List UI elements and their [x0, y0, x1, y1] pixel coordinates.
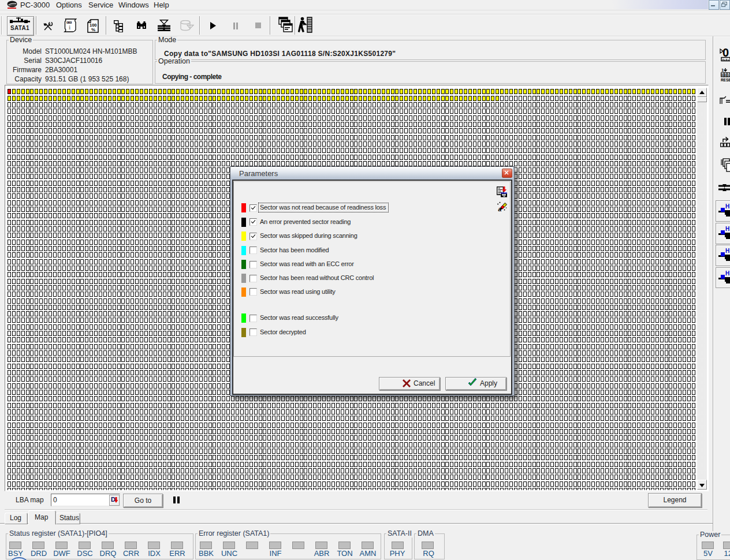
svg-text:%: %	[91, 27, 95, 32]
svg-text:1: 1	[721, 68, 724, 73]
svg-text:i: i	[69, 24, 70, 31]
svg-text:0: 0	[721, 73, 724, 77]
svg-text:RESE: RESE	[721, 78, 730, 82]
svg-text:0: 0	[724, 73, 727, 77]
svg-text:1: 1	[727, 73, 729, 77]
svg-text:0: 0	[722, 46, 729, 59]
svg-text:a: a	[498, 206, 502, 212]
